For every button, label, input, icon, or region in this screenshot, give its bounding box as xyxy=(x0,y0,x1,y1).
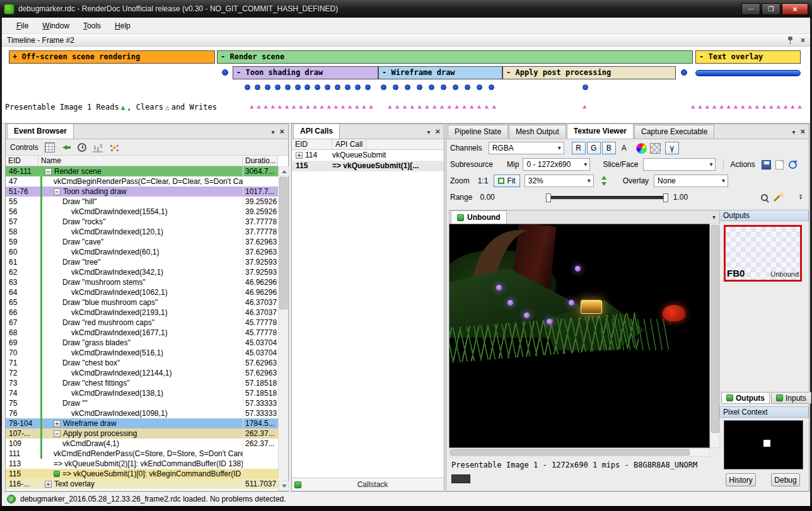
draw-call-dot[interactable] xyxy=(295,84,301,90)
draw-call-dot[interactable] xyxy=(245,84,250,90)
usage-triangle-icon[interactable]: ▲ xyxy=(769,103,774,110)
history-button[interactable]: History xyxy=(726,473,756,486)
event-row[interactable]: 116-...+Text overlay511.7037 xyxy=(6,479,278,489)
fit-button[interactable]: Fit xyxy=(494,175,519,187)
draw-call-dot[interactable] xyxy=(405,84,410,90)
tab-pipeline-state[interactable]: Pipeline State xyxy=(448,125,508,139)
draw-call-dot[interactable] xyxy=(325,84,330,90)
goto-eid-icon[interactable] xyxy=(61,142,71,152)
scrollbar-thumb[interactable] xyxy=(279,177,287,309)
timeline-section-offscreen[interactable]: + Off-screen scene rendering xyxy=(9,50,215,64)
event-row[interactable]: 57Draw "rocks"37.77778 xyxy=(6,217,278,227)
column-eid[interactable]: EID xyxy=(6,156,38,166)
usage-triangle-icon[interactable]: ▲ xyxy=(278,103,282,110)
bookmark-icon[interactable] xyxy=(109,142,119,152)
event-row[interactable]: 73Draw "chest fittings"57.18518 xyxy=(6,378,278,388)
channel-a-button[interactable]: A xyxy=(617,142,631,154)
tab-event-browser[interactable]: Event Browser xyxy=(7,123,74,139)
usage-triangle-icon[interactable]: ▲ xyxy=(432,103,437,110)
fb0-thumbnail[interactable]: FB0 Unbound xyxy=(724,225,802,282)
expander-icon[interactable]: + xyxy=(296,152,303,159)
event-row[interactable]: 70vkCmdDrawIndexed(516,1)45.03704 xyxy=(6,348,278,358)
usage-triangle-icon[interactable]: ▲ xyxy=(403,103,407,110)
timeline-subsection-toon[interactable]: - Toon shading draw xyxy=(233,66,378,79)
usage-triangle-icon[interactable]: ▲ xyxy=(299,103,303,110)
usage-triangle-icon[interactable]: ▲ xyxy=(784,103,788,110)
usage-triangle-icon[interactable]: ▲ xyxy=(741,103,745,110)
event-row[interactable]: 69Draw "grass blades"45.03704 xyxy=(6,338,278,348)
api-call-row[interactable]: +114vkQueueSubmit xyxy=(292,150,444,161)
usage-triangle-icon[interactable]: ▲ xyxy=(762,103,767,110)
draw-call-dot[interactable] xyxy=(681,69,687,76)
texture-horizontal-scrollbar[interactable] xyxy=(449,448,710,457)
usage-triangle-icon[interactable]: ▲ xyxy=(341,103,345,110)
flip-y-icon[interactable] xyxy=(600,176,608,186)
overlay-dropdown[interactable]: None xyxy=(654,175,728,187)
channel-r-button[interactable]: R xyxy=(572,142,586,154)
expander-icon[interactable]: − xyxy=(54,188,61,195)
draw-call-dot[interactable] xyxy=(285,84,291,90)
gamma-button[interactable]: γ xyxy=(665,142,679,154)
mip-dropdown[interactable]: 0 - 1272x690 xyxy=(523,158,590,171)
usage-triangle-icon[interactable]: ▲ xyxy=(264,103,268,110)
channel-g-button[interactable]: G xyxy=(587,142,601,154)
draw-call-dot[interactable] xyxy=(365,84,371,90)
debug-button[interactable]: Debug xyxy=(771,473,800,486)
draw-call-dot[interactable] xyxy=(345,84,351,90)
usage-triangle-icon[interactable]: ▲ xyxy=(348,103,352,110)
zoom-range-icon[interactable] xyxy=(761,194,768,201)
checkerboard-icon[interactable] xyxy=(650,143,661,154)
draw-call-dot[interactable] xyxy=(304,84,310,90)
usage-triangle-icon[interactable]: ▲ xyxy=(257,103,261,110)
event-row[interactable]: 111vkCmdEndRenderPass(C=Store, D=Store, … xyxy=(6,449,278,459)
open-texture-list-icon[interactable] xyxy=(775,160,784,169)
draw-call-dot[interactable] xyxy=(222,69,228,76)
find-event-icon[interactable] xyxy=(45,142,55,152)
expander-icon[interactable]: + xyxy=(45,481,52,488)
time-durations-icon[interactable] xyxy=(78,143,86,152)
event-row[interactable]: 61Draw "tree"37.92593 xyxy=(6,257,278,267)
draw-call-dot[interactable] xyxy=(381,84,386,90)
timeline-draws-bar[interactable] xyxy=(695,70,801,76)
usage-triangle-icon[interactable]: ▲ xyxy=(285,103,289,110)
event-row[interactable]: 107-...−Apply post processing262.37... xyxy=(6,428,278,439)
event-row[interactable]: 68vkCmdDrawIndexed(1677,1)45.77778 xyxy=(6,328,278,338)
autofit-wand-icon[interactable] xyxy=(774,193,784,202)
menu-window[interactable]: Window xyxy=(37,20,75,32)
event-row[interactable]: 62vkCmdDrawIndexed(342,1)37.92593 xyxy=(6,267,278,277)
column-eid[interactable]: EID xyxy=(292,139,332,149)
usage-triangle-icon[interactable]: ▲ xyxy=(369,103,373,110)
event-row[interactable]: 63Draw "mushroom stems"46.96296 xyxy=(6,277,278,287)
event-row[interactable]: 59Draw "cave"37.62963 xyxy=(6,237,278,247)
panel-menu-icon[interactable] xyxy=(427,127,430,136)
panel-close-icon[interactable] xyxy=(279,127,284,136)
channel-b-button[interactable]: B xyxy=(602,142,616,154)
draw-call-dot[interactable] xyxy=(275,84,281,90)
usage-triangle-icon[interactable]: ▲ xyxy=(485,103,489,110)
api-call-row[interactable]: 115=> vkQueueSubmit(1)[... xyxy=(292,161,444,171)
usage-triangle-icon[interactable]: ▲ xyxy=(462,103,467,110)
event-row[interactable]: 78-104+Wireframe draw1784.5... xyxy=(6,418,278,428)
usage-triangle-icon[interactable]: ▲ xyxy=(734,103,738,110)
range-slider[interactable] xyxy=(547,196,668,199)
usage-triangle-icon[interactable]: ▲ xyxy=(320,103,324,110)
event-row[interactable]: 55Draw "hill"39.25926 xyxy=(6,197,278,207)
range-options-icon[interactable] xyxy=(798,193,804,202)
usage-triangle-icon[interactable]: ▲ xyxy=(477,103,482,110)
title-bar[interactable]: debugmarker.rdc - RenderDoc Unofficial r… xyxy=(0,0,812,18)
usage-triangle-icon[interactable]: ▲ xyxy=(417,103,422,110)
usage-triangle-icon[interactable]: ▲ xyxy=(726,103,731,110)
menu-help[interactable]: Help xyxy=(109,20,136,32)
zoom-dropdown[interactable]: 32% xyxy=(525,175,594,187)
scroll-down-icon[interactable] xyxy=(279,481,289,491)
usage-triangle-icon[interactable]: ▲ xyxy=(425,103,429,110)
usage-triangle-icon[interactable]: ▲ xyxy=(791,103,795,110)
draw-call-dot[interactable] xyxy=(453,84,458,90)
panel-close-icon[interactable] xyxy=(800,127,805,136)
column-duration[interactable]: Duratio... xyxy=(243,156,278,166)
usage-triangle-icon[interactable]: ▲ xyxy=(798,103,802,110)
event-row[interactable]: 65Draw "blue mushroom caps"46.37037 xyxy=(6,297,278,307)
tab-inputs[interactable]: Inputs xyxy=(771,392,811,404)
event-row[interactable]: 72vkCmdDrawIndexed(12144,1)57.62963 xyxy=(6,368,278,378)
tab-texture-viewer[interactable]: Texture Viewer xyxy=(567,123,634,139)
